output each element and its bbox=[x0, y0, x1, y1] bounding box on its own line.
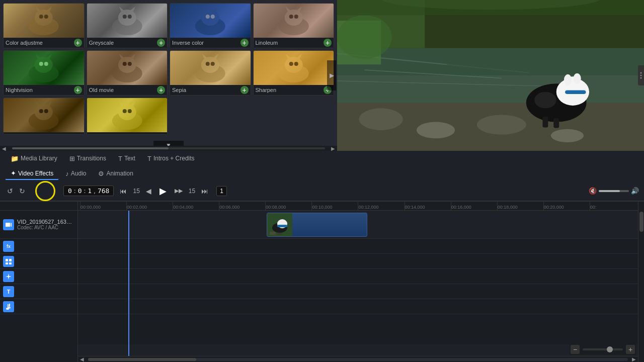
svg-point-5 bbox=[44, 15, 48, 19]
scroll-left-arrow[interactable]: ◀ bbox=[2, 146, 12, 151]
preview-resize-handle[interactable] bbox=[638, 65, 644, 85]
video-effects-icon: ✦ bbox=[11, 169, 16, 177]
tab-transitions[interactable]: ⊞ Transitions bbox=[64, 152, 112, 165]
effect-sepia[interactable]: Sepia + bbox=[170, 50, 251, 96]
effect-color-adjust[interactable]: Color adjustme + bbox=[3, 3, 85, 48]
track-audio bbox=[78, 299, 638, 314]
zoom-slider-track[interactable] bbox=[583, 348, 623, 350]
cursor-indicator bbox=[35, 181, 55, 201]
svg-point-87 bbox=[640, 77, 642, 79]
v-scrollbar-thumb[interactable] bbox=[639, 212, 643, 232]
effect-thumb-inverse bbox=[170, 4, 251, 38]
tab-animation[interactable]: ⚙ Animation bbox=[93, 167, 138, 180]
zoom-out-btn[interactable]: − bbox=[571, 345, 580, 354]
track-label-main-video: VID_20190527_163042.mp4 Codec: AVC / AAC bbox=[0, 211, 77, 239]
tab-audio[interactable]: ♪ Audio bbox=[60, 167, 92, 180]
tabs-row1: 📁 Media Library ⊞ Transitions T Text T I… bbox=[0, 151, 644, 166]
svg-point-25 bbox=[35, 57, 53, 73]
zoom-slider-thumb[interactable] bbox=[607, 346, 613, 352]
playback-controls: ⏮ 15 ◀ ▶ ▶▶ 15 ⏭ bbox=[118, 184, 210, 199]
timecode-display[interactable]: 0 : 0 : 1 , 768 bbox=[63, 186, 114, 196]
h-scrollbar-thumb[interactable] bbox=[88, 358, 196, 361]
add-nightvision-btn[interactable]: + bbox=[74, 86, 82, 94]
scroll-right-btn[interactable]: ▶ bbox=[327, 60, 336, 90]
volume-slider[interactable] bbox=[599, 190, 629, 192]
step-fwd-btn[interactable]: ▶▶ bbox=[173, 186, 185, 196]
next-frame-btn[interactable]: 15 bbox=[187, 187, 197, 196]
effect-linoleum[interactable]: Linoleum + bbox=[253, 3, 335, 48]
fx-icon-btn[interactable]: fx bbox=[3, 241, 14, 252]
text-icon-btn[interactable]: T bbox=[3, 286, 14, 297]
svg-point-43 bbox=[284, 57, 302, 73]
audio-icon: ♪ bbox=[65, 170, 69, 177]
svg-marker-94 bbox=[6, 274, 12, 280]
effect-nightvision[interactable]: Nightvision + bbox=[3, 50, 85, 96]
play-btn[interactable]: ▶ bbox=[155, 184, 171, 199]
prev-frame-btn[interactable]: 15 bbox=[131, 187, 141, 196]
effect-old-movie[interactable]: Old movie + bbox=[87, 50, 168, 96]
svg-point-73 bbox=[337, 15, 392, 59]
svg-point-10 bbox=[122, 15, 126, 19]
zoom-in-btn[interactable]: + bbox=[626, 345, 635, 354]
timeline-v-scrollbar[interactable] bbox=[638, 202, 644, 362]
effect-inverse-color[interactable]: Inverse color + bbox=[170, 3, 251, 48]
undo-btn[interactable]: ↺ bbox=[5, 185, 15, 197]
effect-label-nightvision: Nightvision + bbox=[4, 85, 84, 95]
scrollbar-thumb[interactable] bbox=[12, 147, 169, 149]
svg-marker-32 bbox=[119, 54, 124, 59]
add-old-movie-btn[interactable]: + bbox=[157, 86, 165, 94]
svg-marker-15 bbox=[213, 7, 218, 12]
timeline-container: VID_20190527_163042.mp4 Codec: AVC / AAC… bbox=[0, 202, 644, 362]
speed-display[interactable]: 1 bbox=[216, 186, 227, 196]
svg-point-86 bbox=[640, 75, 642, 76]
goto-end-btn[interactable]: ⏭ bbox=[199, 185, 210, 197]
scroll-left-btn[interactable]: ◀ bbox=[80, 356, 88, 362]
effect-greyscale[interactable]: Greyscale + bbox=[87, 3, 168, 48]
redo-btn[interactable]: ↻ bbox=[17, 185, 27, 197]
add-inverse-btn[interactable]: + bbox=[240, 39, 249, 47]
music-note-icon bbox=[5, 303, 12, 310]
svg-rect-95 bbox=[8, 304, 9, 308]
svg-rect-96 bbox=[9, 304, 10, 307]
video-camera-icon bbox=[5, 221, 12, 228]
svg-marker-50 bbox=[36, 101, 41, 106]
add-greyscale-btn[interactable]: + bbox=[157, 39, 165, 47]
svg-point-19 bbox=[284, 10, 302, 26]
add-linoleum-btn[interactable]: + bbox=[324, 39, 332, 47]
effect-label-inverse: Inverse color + bbox=[170, 38, 251, 48]
scroll-right-btn2[interactable]: ▶ bbox=[628, 356, 636, 362]
svg-point-78 bbox=[573, 73, 581, 84]
effect-sharpen[interactable]: Sharpen + bbox=[253, 50, 335, 96]
tab-media-library[interactable]: 📁 Media Library bbox=[5, 152, 63, 165]
svg-point-77 bbox=[564, 74, 572, 85]
video-clip[interactable] bbox=[267, 213, 367, 237]
step-back-btn[interactable]: ◀ bbox=[144, 185, 153, 197]
overlay-icon-btn[interactable] bbox=[3, 256, 14, 267]
effect-row3a[interactable] bbox=[3, 98, 85, 135]
goto-start-btn[interactable]: ⏮ bbox=[118, 185, 129, 197]
svg-marker-2 bbox=[36, 7, 41, 12]
scroll-right-arrow2[interactable]: ▶ bbox=[325, 146, 335, 151]
ruler-label-spacer bbox=[0, 202, 77, 211]
timeline-h-scrollbar[interactable]: ◀ ▶ bbox=[78, 356, 638, 362]
add-sepia-btn[interactable]: + bbox=[240, 86, 249, 94]
track-label-transition bbox=[0, 269, 77, 284]
effect-thumb-color-adjust bbox=[4, 4, 84, 38]
svg-rect-104 bbox=[277, 233, 282, 235]
svg-point-58 bbox=[122, 109, 126, 113]
audio-icon-btn[interactable] bbox=[3, 301, 14, 312]
tab-intros-credits[interactable]: T Intros + Credits bbox=[142, 152, 200, 165]
main-video-icon-btn[interactable] bbox=[3, 219, 14, 230]
playback-bar: ↺ ↻ 0 : 0 : 1 , 768 ⏮ 15 bbox=[0, 181, 644, 201]
overlay-icon bbox=[5, 258, 12, 265]
tab-text[interactable]: T Text bbox=[113, 152, 141, 165]
transition-icon-btn[interactable] bbox=[3, 271, 14, 282]
ruler-marks: 00:00,000 00:02,000 00:04,000 00:06,000 … bbox=[78, 202, 638, 210]
add-color-adjust-btn[interactable]: + bbox=[74, 39, 82, 47]
track-label-fx: fx bbox=[0, 239, 77, 254]
svg-point-46 bbox=[289, 62, 293, 66]
tab-video-effects[interactable]: ✦ Video Effects bbox=[5, 167, 59, 180]
effect-row3b[interactable] bbox=[87, 98, 168, 135]
mute-btn[interactable]: 🔇 bbox=[589, 187, 597, 195]
ruler-mark-9: 00:18,000 bbox=[497, 202, 543, 210]
